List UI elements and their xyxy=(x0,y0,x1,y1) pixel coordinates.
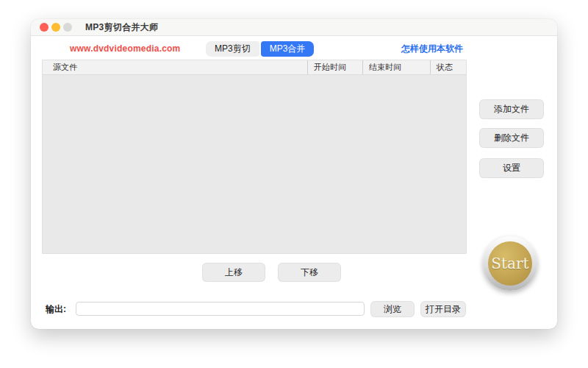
file-list-table: 源文件 开始时间 结束时间 状态 xyxy=(42,60,467,254)
move-up-button[interactable]: 上移 xyxy=(202,263,265,282)
traffic-lights xyxy=(40,23,72,32)
open-directory-button[interactable]: 打开目录 xyxy=(420,301,466,317)
settings-button[interactable]: 设置 xyxy=(479,158,544,178)
add-file-button[interactable]: 添加文件 xyxy=(479,99,544,119)
output-label: 输出: xyxy=(46,302,66,316)
title-bar: MP3剪切合并大师 xyxy=(31,19,557,36)
start-button[interactable]: Start xyxy=(483,236,537,291)
website-link[interactable]: www.dvdvideomedia.com xyxy=(70,41,180,56)
close-button[interactable] xyxy=(40,23,49,32)
app-window: MP3剪切合并大师 www.dvdvideomedia.com MP3剪切 MP… xyxy=(31,19,557,329)
window-title: MP3剪切合并大师 xyxy=(85,21,158,34)
minimize-button[interactable] xyxy=(51,23,60,32)
move-down-button[interactable]: 下移 xyxy=(278,263,341,282)
output-path-input[interactable] xyxy=(76,302,365,316)
column-source-file: 源文件 xyxy=(43,60,307,74)
zoom-disabled-button xyxy=(63,23,72,32)
tab-mp3-cut[interactable]: MP3剪切 xyxy=(206,41,259,57)
file-list-body xyxy=(43,75,466,254)
start-button-label: Start xyxy=(491,255,528,272)
start-button-face: Start xyxy=(488,241,532,286)
browse-button[interactable]: 浏览 xyxy=(370,301,415,317)
delete-file-button[interactable]: 删除文件 xyxy=(479,128,544,148)
file-list-header: 源文件 开始时间 结束时间 状态 xyxy=(43,60,466,75)
tab-mp3-merge[interactable]: MP3合并 xyxy=(261,41,315,57)
mode-tabs: MP3剪切 MP3合并 xyxy=(206,41,314,57)
help-link[interactable]: 怎样使用本软件 xyxy=(401,41,463,56)
column-end-time: 结束时间 xyxy=(362,60,430,74)
column-start-time: 开始时间 xyxy=(307,60,362,74)
column-status: 状态 xyxy=(430,60,466,74)
